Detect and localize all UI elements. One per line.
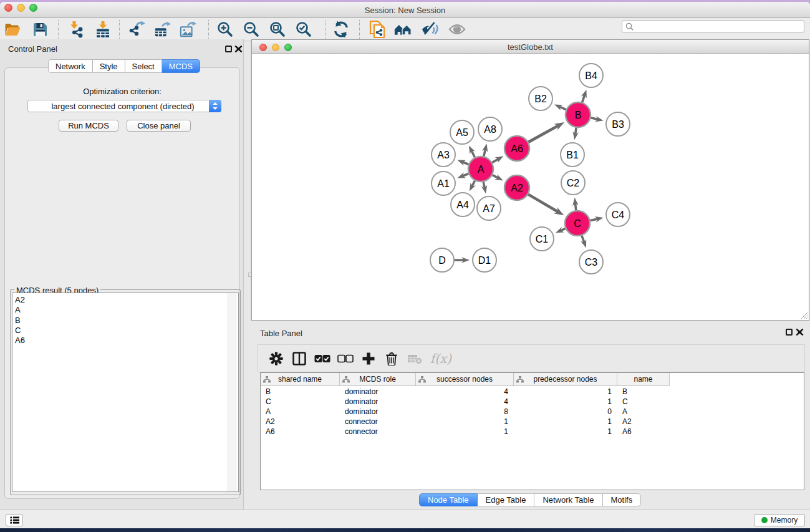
table-tab-node-table[interactable]: Node Table [419, 493, 478, 506]
table-tab-network-table[interactable]: Network Table [534, 493, 602, 506]
table-tab-motifs[interactable]: Motifs [603, 493, 642, 506]
graph-node-B[interactable]: B [566, 102, 591, 127]
save-session-icon[interactable] [31, 21, 49, 38]
table-tab-edge-table[interactable]: Edge Table [478, 493, 535, 506]
graph-node-D[interactable]: D [430, 248, 454, 272]
graph-edge-D-D1[interactable] [455, 257, 470, 263]
graph-node-D1[interactable]: D1 [473, 248, 496, 272]
graph-edge-B-B1[interactable] [572, 128, 579, 140]
graph-edge-A-A5[interactable] [469, 145, 475, 157]
graph-edge-A-A1[interactable] [457, 172, 468, 178]
zoom-in-icon[interactable] [216, 21, 234, 38]
graph-edge-C-C3[interactable] [581, 236, 586, 248]
graph-node-B4[interactable]: B4 [579, 64, 603, 87]
mcds-result-item[interactable]: A6 [15, 336, 238, 346]
mcds-result-item[interactable]: B [15, 316, 238, 326]
hide-panels-icon[interactable] [421, 21, 438, 38]
graph-edge-A-A7[interactable] [481, 182, 487, 194]
zoom-fit-icon[interactable] [269, 21, 286, 38]
graph-edge-B-B2[interactable] [554, 105, 566, 111]
graph-node-B1[interactable]: B1 [561, 143, 584, 167]
run-mcds-button[interactable]: Run MCDS [59, 120, 118, 132]
search-input[interactable] [636, 22, 804, 31]
export-table-icon[interactable] [154, 21, 171, 38]
graph-node-A8[interactable]: A8 [478, 117, 502, 141]
graph-node-B2[interactable]: B2 [529, 87, 552, 110]
graph-edge-C-C1[interactable] [556, 227, 566, 233]
split-table-icon[interactable] [287, 349, 311, 368]
control-panel-tab-select[interactable]: Select [125, 59, 162, 73]
node-table-row-C[interactable]: Cdominator41C [261, 396, 672, 406]
graph-node-C3[interactable]: C3 [579, 250, 603, 274]
graph-edge-B-B3[interactable] [591, 116, 603, 122]
close-panel-icon[interactable] [234, 45, 243, 55]
graph-node-C[interactable]: C [565, 211, 590, 236]
close-panel-button[interactable]: Close panel [127, 120, 191, 132]
search-field[interactable] [622, 20, 804, 33]
control-panel-tab-network[interactable]: Network [48, 59, 93, 73]
apply-layout-icon[interactable] [332, 21, 350, 38]
select-all-rows-icon[interactable] [311, 349, 334, 368]
graph-node-A4[interactable]: A4 [451, 193, 475, 216]
clone-network-icon[interactable] [369, 21, 386, 38]
node-table-row-A[interactable]: Adominator80A [261, 406, 672, 416]
export-network-icon[interactable] [128, 21, 146, 38]
node-table-row-A6[interactable]: A6connector11A6 [261, 426, 672, 436]
memory-button[interactable]: Memory [754, 514, 805, 526]
delete-columns-icon[interactable] [380, 349, 403, 368]
graph-edge-C-C4[interactable] [591, 216, 604, 222]
mcds-result-item[interactable]: A2 [15, 295, 238, 305]
column-header-MCDS-role[interactable]: MCDS role [340, 373, 416, 385]
graph-node-A7[interactable]: A7 [477, 196, 501, 220]
mcds-result-item[interactable]: A [15, 305, 238, 315]
graph-node-A2[interactable]: A2 [504, 175, 529, 200]
graph-node-A1[interactable]: A1 [432, 172, 455, 195]
graph-edge-A-A4[interactable] [470, 181, 476, 191]
zoom-out-icon[interactable] [243, 21, 260, 38]
float-panel-icon[interactable] [225, 46, 232, 52]
window-resize-grip-icon[interactable] [800, 311, 808, 319]
task-history-button[interactable] [6, 514, 23, 526]
zoom-selected-icon[interactable] [295, 21, 312, 38]
table-settings-icon[interactable] [264, 349, 287, 368]
criterion-dropdown[interactable]: largest connected component (directed) [27, 100, 221, 112]
graph-edge-A-A8[interactable] [482, 143, 488, 156]
deselect-all-rows-icon[interactable] [334, 349, 357, 368]
network-canvas[interactable]: B4B2BB3A5A8A6B1A3AA1C2A2A4A7C4CC1C3DD1 [252, 54, 809, 320]
mcds-result-scrollbar[interactable] [228, 293, 236, 491]
graph-node-A[interactable]: A [468, 157, 493, 181]
column-header-predecessor-nodes[interactable]: predecessor nodes [514, 373, 617, 385]
control-panel-tab-mcds[interactable]: MCDS [162, 59, 200, 73]
network-graph[interactable]: B4B2BB3A5A8A6B1A3AA1C2A2A4A7C4CC1C3DD1 [252, 54, 809, 320]
mcds-result-item[interactable]: C [15, 326, 238, 336]
graph-node-C1[interactable]: C1 [530, 227, 554, 251]
graph-edge-A2-C[interactable] [528, 195, 564, 216]
graph-edge-A-A2[interactable] [493, 174, 503, 180]
graph-node-A3[interactable]: A3 [432, 143, 455, 167]
mcds-result-list[interactable]: A2ABCA6 [12, 293, 239, 492]
graph-node-A5[interactable]: A5 [450, 120, 474, 144]
column-header-shared-name[interactable]: shared name [261, 373, 340, 385]
graph-edge-B-B4[interactable] [581, 90, 587, 102]
graph-node-C2[interactable]: C2 [561, 171, 585, 195]
open-file-icon[interactable] [4, 21, 21, 38]
first-neighbors-icon[interactable] [394, 21, 412, 38]
control-panel-tab-style[interactable]: Style [93, 59, 125, 73]
graph-edge-A-A6[interactable] [492, 156, 503, 163]
import-network-from-file-icon[interactable] [67, 21, 85, 38]
node-table-row-A2[interactable]: A2connector11A2 [261, 416, 672, 426]
node-table-row-B[interactable]: Bdominator41B [261, 386, 672, 396]
export-image-icon[interactable] [180, 21, 197, 38]
float-table-panel-icon[interactable] [786, 329, 793, 336]
graph-node-C4[interactable]: C4 [606, 203, 630, 226]
add-column-icon[interactable] [357, 349, 380, 368]
graph-node-A6[interactable]: A6 [504, 136, 529, 161]
show-panels-icon[interactable] [448, 21, 466, 38]
graph-edge-A6-B[interactable] [528, 122, 564, 142]
close-table-panel-icon[interactable] [796, 328, 804, 338]
graph-edge-C-C2[interactable] [572, 198, 579, 210]
graph-edge-A-A3[interactable] [457, 160, 468, 166]
column-header-successor-nodes[interactable]: successor nodes [416, 373, 514, 385]
graph-node-B3[interactable]: B3 [606, 112, 630, 136]
column-header-name[interactable]: name [617, 373, 670, 385]
